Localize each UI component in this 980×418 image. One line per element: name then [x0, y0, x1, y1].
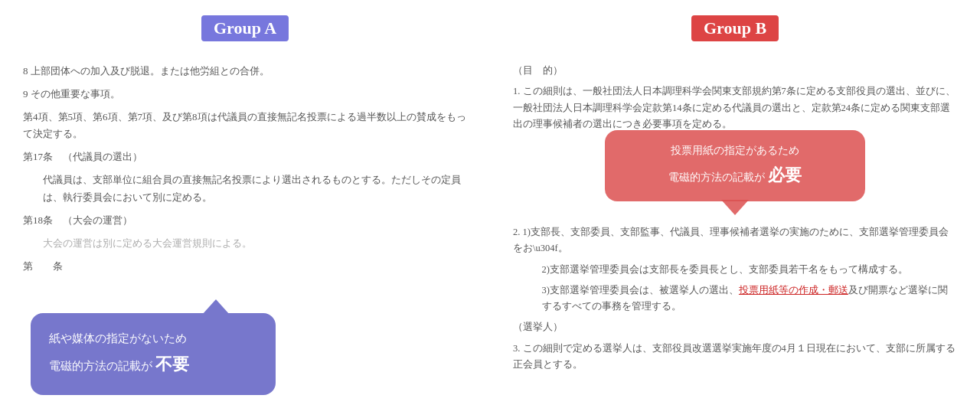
column-a: Group A 8 上部団体への加入及び脱退。または他労組との合併。 9 その他… — [0, 0, 490, 418]
col-b-document2: 2. 1)支部長、支部委員、支部監事、代議員、理事候補者選挙の実施のために、支部… — [513, 224, 957, 373]
col-b-purpose: （目 的） — [513, 63, 957, 79]
bubble-a-title: 紙や媒体の指定がないため — [49, 328, 257, 349]
col-a-line4: 第17条 （代議員の選出） — [23, 149, 467, 165]
underline-text: 投票用紙等の作成・郵送 — [739, 285, 848, 296]
col-b-line5: （選挙人） — [513, 319, 957, 335]
col-a-line3: 第4項、第5項、第6項、第7項、及び第8項は代議員の直接無記名投票による過半数以… — [23, 109, 467, 142]
group-b-header: Group B — [513, 15, 957, 55]
col-a-line1: 8 上部団体への加入及び脱退。または他労組との合併。 — [23, 63, 467, 80]
col-b-line2: 2. 1)支部長、支部委員、支部監事、代議員、理事候補者選挙の実施のために、支部… — [513, 224, 957, 257]
col-a-line7: 大会の運営は別に定める大会運営規則による。 — [23, 235, 467, 252]
col-b-line4: 3)支部選挙管理委員会は、被選挙人の選出、投票用紙等の作成・郵送及び開票など選挙… — [513, 282, 957, 315]
group-b-label: Group B — [691, 15, 779, 41]
col-a-document: 8 上部団体への加入及び脱退。または他労組との合併。 9 その他重要な事項。 第… — [23, 63, 467, 275]
col-a-line2: 9 その他重要な事項。 — [23, 86, 467, 103]
column-b: Group B （目 的） 1. この細則は、一般社団法人日本調理科学会関東支部… — [490, 0, 980, 418]
bubble-a: 紙や媒体の指定がないため 電磁的方法の記載が 不要 — [31, 313, 276, 395]
group-a-label: Group A — [201, 15, 289, 41]
col-b-line6: 3. この細則で定める選挙人は、支部役員改選選挙実施年度の4月１日現在において、… — [513, 341, 957, 374]
col-b-document: （目 的） 1. この細則は、一般社団法人日本調理科学会関東支部規約第7条に定め… — [513, 63, 957, 132]
bubble-b: 投票用紙の指定があるため 電磁的方法の記載が 必要 — [605, 130, 865, 201]
col-b-line1: 1. この細則は、一般社団法人日本調理科学会関東支部規約第7条に定める支部役員の… — [513, 83, 957, 132]
col-b-line3: 2)支部選挙管理委員会は支部長を委員長とし、支部委員若干名をもって構成する。 — [513, 262, 957, 278]
group-a-header: Group A — [23, 15, 467, 55]
col-a-line8: 第 条 — [23, 258, 467, 275]
col-a-line5: 代議員は、支部単位に組合員の直接無記名投票により選出されるものとする。ただしその… — [23, 171, 467, 205]
col-a-line6: 第18条 （大会の運営） — [23, 212, 467, 229]
bubble-b-title: 投票用紙の指定があるため — [620, 141, 850, 160]
bubble-b-body: 電磁的方法の記載が 必要 — [620, 160, 850, 191]
bubble-a-body: 電磁的方法の記載が 不要 — [49, 349, 257, 380]
